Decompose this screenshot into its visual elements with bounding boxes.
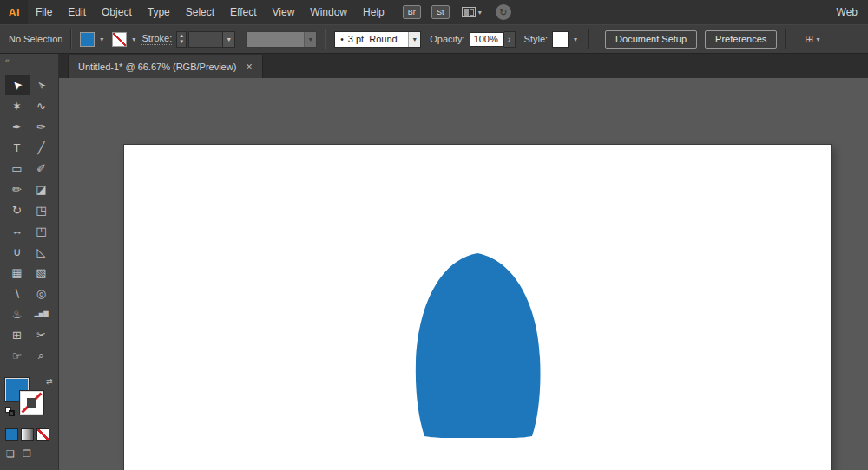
brush-definition-dropdown[interactable]: • 3 pt. Round ▾ (334, 31, 421, 48)
chevron-down-icon[interactable]: ▾ (408, 32, 420, 47)
style-label: Style: (524, 34, 549, 44)
fill-color-swatch[interactable] (80, 32, 95, 47)
control-panel-flyout-button[interactable]: ⊞ ▾ (805, 33, 819, 45)
free-transform-icon: ◰ (36, 225, 46, 238)
magic-wand-tool[interactable]: ✶ (5, 95, 30, 116)
stroke-color-swatch[interactable] (112, 32, 127, 47)
paint-mode-buttons (5, 428, 58, 441)
fill-dropdown-icon[interactable]: ▾ (97, 36, 106, 43)
stepper-down-icon[interactable]: ▼ (179, 39, 184, 45)
width-tool[interactable]: ↔ (5, 220, 30, 241)
zoom-icon: ⌕ (38, 349, 44, 362)
stock-button[interactable]: St (431, 5, 450, 19)
lasso-tool[interactable]: ∿ (30, 95, 54, 116)
perspective-grid-icon: ◺ (37, 245, 46, 258)
document-tab[interactable]: Untitled-1* @ 66.67% (RGB/Preview) × (68, 55, 263, 78)
zoom-tool[interactable]: ⌕ (30, 345, 54, 366)
direct-selection-tool[interactable]: ➢ (30, 75, 54, 95)
swap-fill-stroke-icon[interactable]: ⇄ (46, 377, 53, 386)
opacity-expand-button[interactable]: › (504, 31, 516, 48)
eyedropper-tool[interactable]: ∖ (5, 283, 30, 304)
gradient-icon: ▧ (36, 266, 46, 279)
menu-edit[interactable]: Edit (60, 0, 94, 24)
chevron-down-icon[interactable]: ▾ (222, 32, 234, 47)
blend-icon: ◎ (36, 287, 46, 300)
graphic-style-swatch[interactable] (552, 31, 569, 48)
chevron-down-icon[interactable]: ▾ (304, 32, 316, 47)
color-mode-button[interactable] (5, 428, 18, 441)
artboard[interactable] (124, 145, 831, 470)
type-tool[interactable]: T (5, 137, 30, 158)
stroke-weight-dropdown[interactable]: ▾ (188, 31, 235, 48)
brush-name: 3 pt. Round (344, 34, 408, 44)
preferences-button[interactable]: Preferences (705, 30, 777, 49)
blob-path[interactable] (416, 253, 541, 438)
rectangle-tool[interactable]: ▭ (5, 158, 30, 179)
illustrator-logo: Ai (0, 0, 28, 24)
menu-effect[interactable]: Effect (222, 0, 264, 24)
width-icon: ↔ (11, 225, 23, 238)
menu-bar: Ai File Edit Object Type Select Effect V… (0, 0, 868, 24)
line-segment-tool[interactable]: ╱ (30, 137, 54, 158)
gradient-tool[interactable]: ▧ (30, 262, 54, 283)
fill-stroke-indicator: ⇄ (5, 378, 56, 418)
arrange-documents-button[interactable]: ▾ (462, 7, 482, 17)
hand-icon: ☞ (12, 349, 23, 362)
paintbrush-tool[interactable]: ✐ (30, 158, 54, 179)
menu-window[interactable]: Window (302, 0, 355, 24)
scale-icon: ◳ (36, 204, 46, 217)
document-setup-button[interactable]: Document Setup (605, 30, 697, 49)
draw-mode-buttons: ❏ ❐ (6, 448, 58, 460)
sync-status-icon[interactable]: ↻ (496, 4, 511, 20)
eraser-tool[interactable]: ◪ (30, 179, 54, 199)
blue-blob-shape[interactable] (414, 251, 542, 438)
lasso-icon: ∿ (36, 100, 46, 113)
none-mode-button[interactable] (36, 428, 49, 441)
document-tab-bar: Untitled-1* @ 66.67% (RGB/Preview) × (59, 54, 868, 78)
artboard-tool[interactable]: ⊞ (5, 324, 30, 345)
close-tab-icon[interactable]: × (246, 62, 253, 71)
menu-select[interactable]: Select (178, 0, 222, 24)
bridge-button[interactable]: Br (403, 5, 421, 19)
blend-tool[interactable]: ◎ (30, 283, 54, 304)
perspective-grid-tool[interactable]: ◺ (30, 241, 54, 262)
stroke-proxy-swatch[interactable] (20, 391, 43, 415)
stroke-weight-stepper[interactable]: ▲ ▼ (176, 31, 187, 48)
shape-builder-tool[interactable]: ∪ (5, 241, 30, 262)
pencil-tool[interactable]: ✏ (5, 179, 30, 199)
draw-behind-icon[interactable]: ❐ (23, 448, 31, 460)
column-graph-tool[interactable]: ▂▅▇ (30, 304, 54, 324)
mesh-tool[interactable]: ▦ (5, 262, 30, 283)
style-dropdown-icon[interactable]: ▾ (571, 36, 580, 43)
eraser-icon: ◪ (36, 183, 46, 196)
draw-normal-icon[interactable]: ❏ (6, 448, 15, 460)
opacity-input[interactable]: 100% (470, 32, 504, 47)
hand-tool[interactable]: ☞ (5, 345, 30, 366)
pen-tool[interactable]: ✒ (5, 116, 30, 137)
gradient-mode-button[interactable] (21, 428, 34, 441)
menu-type[interactable]: Type (140, 0, 178, 24)
menu-view[interactable]: View (265, 0, 303, 24)
canvas-pasteboard[interactable] (59, 78, 868, 470)
rotate-tool[interactable]: ↻ (5, 199, 30, 220)
scale-tool[interactable]: ◳ (30, 199, 54, 220)
stroke-dropdown-icon[interactable]: ▾ (129, 36, 138, 43)
curvature-tool[interactable]: ✑ (30, 116, 54, 137)
menu-help[interactable]: Help (355, 0, 392, 24)
menu-object[interactable]: Object (94, 0, 140, 24)
magic-wand-icon: ✶ (12, 100, 22, 113)
chevron-down-icon: ▾ (816, 36, 819, 43)
free-transform-tool[interactable]: ◰ (30, 220, 54, 241)
collapse-panel-button[interactable]: « (0, 54, 58, 68)
symbol-sprayer-tool[interactable]: ♨ (5, 304, 30, 324)
selection-tool[interactable]: ➤ (5, 75, 30, 95)
separator (325, 29, 326, 49)
stroke-profile-dropdown[interactable]: ▾ (246, 31, 317, 48)
workspace-switcher[interactable]: Web (837, 6, 868, 18)
stroke-panel-link[interactable]: Stroke: (141, 33, 172, 45)
default-fill-stroke-icon[interactable] (5, 407, 16, 417)
stepper-up-icon[interactable]: ▲ (179, 33, 184, 39)
slice-tool[interactable]: ✂ (30, 324, 54, 345)
menu-file[interactable]: File (28, 0, 60, 24)
selection-tool-icon: ➤ (9, 77, 24, 93)
